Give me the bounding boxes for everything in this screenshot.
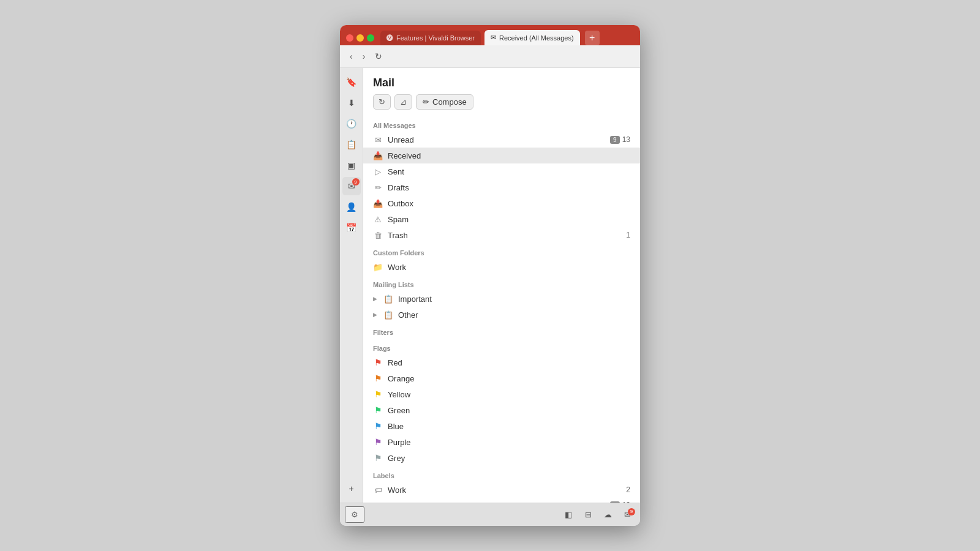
outbox-icon: 📤 [373,198,383,208]
mail-item-work-folder[interactable]: 📁 Work [363,259,640,275]
mail-item-flag-red[interactable]: ⚑ Red [363,354,640,370]
sidebar-mail-button[interactable]: ✉ 9 [342,177,361,195]
compose-label: Compose [432,97,467,107]
important-arrow-icon: ▶ [373,296,377,302]
sidebar-calendar-button[interactable]: 📅 [342,219,361,237]
compose-icon: ✏ [423,97,429,107]
back-button[interactable]: ‹ [346,49,356,64]
compose-button[interactable]: ✏ Compose [416,94,473,110]
mail-item-spam[interactable]: ⚠ Spam [363,211,640,227]
sync-button[interactable]: ☁ [600,508,616,522]
unread-num: 13 [622,135,630,144]
mail-item-drafts[interactable]: ✏ Drafts [363,179,640,195]
maximize-button[interactable] [367,34,374,42]
refresh-mail-button[interactable]: ↻ [373,94,391,110]
folder-icon: 📁 [373,262,383,272]
mail-item-feeds[interactable]: Feeds 9 13 [363,498,640,503]
mail-item-outbox[interactable]: 📤 Outbox [363,195,640,211]
forward-button[interactable]: › [359,49,369,64]
mail-title: Mail [373,77,394,89]
feeds-badge: 9 [610,501,620,503]
mail-item-flag-purple[interactable]: ⚑ Purple [363,434,640,450]
sidebar-contacts-button[interactable]: 👤 [342,198,361,216]
main-content: 🔖 ⬇ 🕐 📋 ▣ ✉ 9 👤 📅 + Mail ↻ ⊿ ✏ [340,68,640,503]
tab-features-label: Features | Vivaldi Browser [396,34,475,42]
panel-left-button[interactable]: ◧ [560,508,576,522]
flag-blue-icon: ⚑ [373,421,383,431]
mail-item-trash[interactable]: 🗑 Trash 1 [363,227,640,243]
flag-grey-icon: ⚑ [373,453,383,463]
close-button[interactable] [346,34,353,42]
flag-purple-label: Purple [388,438,630,447]
sidebar-notes-button[interactable]: 📋 [342,135,361,154]
nav-bar: ‹ › ↻ [340,45,640,68]
flag-orange-icon: ⚑ [373,373,383,383]
sidebar-add-button[interactable]: + [342,479,361,498]
mail-item-important[interactable]: ▶ 📋 Important [363,291,640,307]
tab-features-icon: 🅥 [386,34,393,42]
work-folder-label: Work [388,263,630,272]
filter-button[interactable]: ⊿ [394,94,412,110]
sidebar-icons: 🔖 ⬇ 🕐 📋 ▣ ✉ 9 👤 📅 + [340,68,363,503]
mail-item-flag-yellow[interactable]: ⚑ Yellow [363,386,640,402]
browser-window: 🅥 Features | Vivaldi Browser ✉ Received … [340,25,640,526]
other-arrow-icon: ▶ [373,312,377,318]
feeds-count: 9 13 [610,501,630,503]
mail-item-flag-orange[interactable]: ⚑ Orange [363,370,640,386]
spam-icon: ⚠ [373,214,383,224]
feeds-label: Feeds [373,501,605,503]
mail-panel: Mail ↻ ⊿ ✏ Compose All Messages ✉ Unread… [363,68,640,503]
sidebar-bookmark-button[interactable]: 🔖 [342,73,361,91]
trash-num: 1 [626,231,630,239]
sidebar-panels-button[interactable]: ▣ [342,156,361,174]
received-icon: 📥 [373,151,383,160]
drafts-label: Drafts [388,183,630,192]
tab-received[interactable]: ✉ Received (All Messages) [484,30,580,45]
mail-item-flag-blue[interactable]: ⚑ Blue [363,418,640,434]
mail-item-unread[interactable]: ✉ Unread 9 13 [363,132,640,148]
title-bar: 🅥 Features | Vivaldi Browser ✉ Received … [340,25,640,45]
label-work-label: Work [388,485,621,495]
other-label: Other [398,310,630,320]
tab-features[interactable]: 🅥 Features | Vivaldi Browser [380,31,481,45]
mail-item-received[interactable]: 📥 Received [363,148,640,163]
mailing-lists-section-label: Mailing Lists [363,275,640,291]
refresh-button[interactable]: ↻ [371,49,386,64]
mail-item-other[interactable]: ▶ 📋 Other [363,307,640,323]
bottom-toolbar: ⚙ ◧ ⊟ ☁ ✉ 9 [340,503,640,526]
label-icon: 🏷 [373,485,383,495]
flag-purple-icon: ⚑ [373,437,383,447]
tab-received-icon: ✉ [491,34,496,42]
flag-blue-label: Blue [388,422,630,431]
label-work-num: 2 [626,485,630,494]
mail-item-flag-green[interactable]: ⚑ Green [363,402,640,418]
label-work-count: 2 [626,485,630,494]
custom-folders-section-label: Custom Folders [363,243,640,259]
mail-item-sent[interactable]: ▷ Sent [363,163,640,179]
mail-item-label-work[interactable]: 🏷 Work 2 [363,482,640,498]
flag-yellow-label: Yellow [388,390,630,399]
received-label: Received [388,151,630,160]
unread-count: 9 13 [610,135,630,144]
filters-section-label: Filters [363,323,640,339]
sidebar-history-button[interactable]: 🕐 [342,114,361,133]
important-label: Important [398,294,630,304]
unread-badge: 9 [610,136,620,144]
flag-green-label: Green [388,406,630,415]
trash-count: 1 [626,231,630,239]
all-messages-section-label: All Messages [363,116,640,132]
spam-label: Spam [388,215,630,224]
mail-badge: 9 [352,178,360,186]
flag-red-label: Red [388,358,630,367]
sidebar-download-button[interactable]: ⬇ [342,94,361,112]
traffic-lights [346,34,374,42]
mail-bottom-badge: 9 [628,508,635,515]
important-icon: 📋 [383,294,393,304]
mail-bottom-button[interactable]: ✉ 9 [619,508,635,522]
panel-tabs-button[interactable]: ⊟ [580,508,596,522]
minimize-button[interactable] [356,34,364,42]
unread-label: Unread [388,135,605,144]
mail-item-flag-grey[interactable]: ⚑ Grey [363,450,640,466]
settings-button[interactable]: ⚙ [345,506,364,523]
add-tab-button[interactable]: + [585,31,600,45]
